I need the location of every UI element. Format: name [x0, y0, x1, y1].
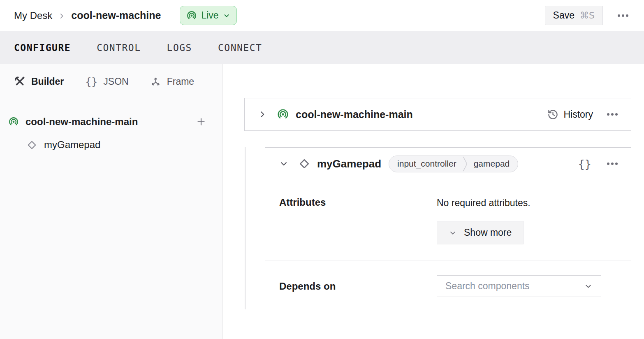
- component-card: myGamepad input_controller gamepad {}: [265, 147, 631, 312]
- view-json[interactable]: {} JSON: [85, 76, 128, 88]
- status-badge-label: Live: [201, 10, 218, 21]
- page-body: Builder {} JSON Frame: [0, 64, 644, 339]
- chevron-right-icon: [258, 110, 267, 119]
- signal-icon: [186, 10, 197, 21]
- component-type-badge: input_controller gamepad: [389, 156, 518, 172]
- component-card-menu-button[interactable]: [605, 158, 620, 169]
- breadcrumb: My Desk cool-new-machine: [14, 9, 161, 21]
- badge-separator-icon: [462, 156, 468, 172]
- attributes-label: Attributes: [279, 197, 437, 244]
- component-title: myGamepad: [317, 158, 381, 170]
- chevron-down-icon: [279, 159, 288, 168]
- chevron-down-icon: [449, 229, 457, 237]
- tab-connect[interactable]: CONNECT: [218, 42, 262, 53]
- machine-status-dropdown[interactable]: Live: [180, 6, 236, 25]
- ellipsis-icon: [607, 113, 609, 116]
- view-json-label: JSON: [103, 76, 128, 87]
- signal-icon: [277, 108, 289, 121]
- signal-icon: [8, 116, 19, 127]
- top-bar: My Desk cool-new-machine Live Save ⌘S: [0, 0, 644, 31]
- tree-item-component[interactable]: myGamepad: [0, 133, 222, 156]
- show-more-button[interactable]: Show more: [437, 221, 524, 244]
- component-type-label: input_controller: [389, 159, 462, 169]
- machine-card-menu-button[interactable]: [605, 109, 620, 120]
- tree-item-label: cool-new-machine-main: [25, 116, 138, 128]
- header-overflow-menu-button[interactable]: [615, 10, 631, 21]
- braces-icon: {}: [85, 76, 97, 88]
- attributes-section: Attributes No required attributes. Show …: [265, 180, 631, 260]
- view-component-json-button[interactable]: {}: [577, 158, 592, 170]
- axes-icon: [150, 76, 161, 87]
- tree-item-machine-part[interactable]: cool-new-machine-main: [0, 110, 222, 133]
- view-builder-label: Builder: [31, 76, 64, 87]
- config-main-panel: cool-new-machine-main History: [222, 64, 644, 339]
- attributes-empty-text: No required attributes.: [437, 197, 617, 209]
- breadcrumb-separator-icon: [58, 12, 66, 20]
- tab-logs[interactable]: LOGS: [167, 42, 192, 53]
- breadcrumb-parent-link[interactable]: My Desk: [14, 10, 52, 21]
- tab-configure[interactable]: CONFIGURE: [14, 42, 71, 53]
- save-button[interactable]: Save ⌘S: [545, 6, 603, 25]
- ellipsis-icon: [618, 14, 620, 17]
- history-button[interactable]: History: [547, 109, 593, 120]
- expand-machine-card-button[interactable]: [257, 109, 268, 120]
- machine-part-title: cool-new-machine-main: [296, 109, 413, 121]
- diamond-icon: [298, 158, 310, 170]
- machine-part-card: cool-new-machine-main History: [244, 98, 631, 131]
- component-model-label: gamepad: [468, 159, 518, 169]
- history-icon: [547, 109, 558, 120]
- save-shortcut-hint: ⌘S: [580, 10, 595, 21]
- view-frame[interactable]: Frame: [150, 76, 194, 87]
- ellipsis-icon: [607, 163, 609, 165]
- machine-name-title: cool-new-machine: [71, 9, 161, 21]
- tab-control[interactable]: CONTROL: [97, 42, 141, 53]
- view-frame-label: Frame: [167, 76, 194, 87]
- diamond-icon: [26, 139, 37, 151]
- chevron-down-icon: [223, 12, 230, 19]
- depends-on-select[interactable]: [437, 275, 601, 297]
- collapse-component-card-button[interactable]: [278, 158, 289, 169]
- save-button-label: Save: [553, 10, 575, 21]
- chevron-down-icon: [584, 282, 593, 290]
- config-sidebar: Builder {} JSON Frame: [0, 64, 222, 339]
- tree-item-label: myGamepad: [44, 139, 100, 151]
- component-card-header: myGamepad input_controller gamepad {}: [265, 148, 631, 180]
- machine-tab-bar: CONFIGURE CONTROL LOGS CONNECT: [0, 31, 644, 64]
- plus-icon: [196, 116, 206, 127]
- show-more-label: Show more: [464, 227, 512, 238]
- add-component-button[interactable]: [195, 116, 207, 128]
- app-root: My Desk cool-new-machine Live Save ⌘S: [0, 0, 644, 339]
- depends-on-section: Depends on: [265, 260, 631, 312]
- tools-icon: [14, 76, 25, 87]
- component-thread-line: [245, 147, 246, 309]
- view-switcher: Builder {} JSON Frame: [0, 64, 222, 99]
- depends-on-label: Depends on: [279, 281, 437, 292]
- component-tree: cool-new-machine-main myGamepad: [0, 99, 222, 156]
- view-builder[interactable]: Builder: [14, 76, 64, 87]
- history-button-label: History: [563, 109, 593, 120]
- search-components-input[interactable]: [445, 281, 584, 292]
